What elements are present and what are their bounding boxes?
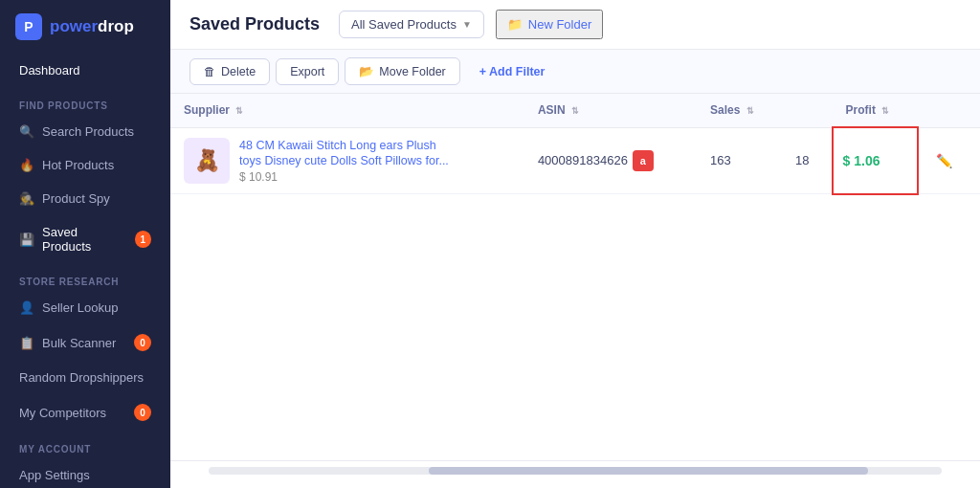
logo-text: powerdrop <box>50 17 134 36</box>
sidebar-label-my-competitors: My Competitors <box>19 406 106 420</box>
col-extra <box>782 94 833 127</box>
col-supplier: Supplier ⇅ <box>170 94 524 127</box>
sidebar-label-saved-products: Saved Products <box>42 225 127 254</box>
profit-cell: $ 1.06 <box>833 127 918 194</box>
sidebar-label-hot-products: Hot Products <box>42 158 114 172</box>
product-name[interactable]: 48 CM Kawaii Stitch Long ears Plush toys… <box>239 138 450 169</box>
saved-products-badge: 1 <box>135 231 151 248</box>
competitors-badge: 0 <box>134 404 151 421</box>
folder-icon: 📁 <box>507 17 523 32</box>
sidebar: P powerdrop Dashboard FIND PRODUCTS 🔍 Se… <box>0 0 170 488</box>
sidebar-section-store-research: STORE RESEARCH <box>0 263 170 291</box>
save-icon: 💾 <box>19 233 34 247</box>
main-content: Saved Products All Saved Products ▼ 📁 Ne… <box>170 0 980 488</box>
scanner-icon: 📋 <box>19 336 34 350</box>
col-sales: Sales ⇅ <box>697 94 782 127</box>
logo-text-regular: power <box>50 17 98 35</box>
move-icon: 📂 <box>359 64 374 78</box>
sort-icon-sales[interactable]: ⇅ <box>746 106 754 116</box>
sidebar-item-app-settings[interactable]: App Settings <box>0 458 170 488</box>
add-filter-button[interactable]: + Add Filter <box>466 59 559 84</box>
table-row: 🧸 48 CM Kawaii Stitch Long ears Plush to… <box>170 127 980 194</box>
asin-cell: 4000891834626 a <box>524 127 697 194</box>
sort-icon-profit[interactable]: ⇅ <box>881 106 889 116</box>
col-actions <box>918 94 980 127</box>
sidebar-label-app-settings: App Settings <box>19 468 90 482</box>
dropdown-label: All Saved Products <box>351 17 457 32</box>
sales-cell: 163 <box>697 127 782 194</box>
logo: P powerdrop <box>0 0 170 54</box>
edit-button[interactable]: ✏️ <box>932 149 956 172</box>
actions-cell: ✏️ <box>918 127 980 194</box>
sidebar-item-product-spy[interactable]: 🕵️ Product Spy <box>0 182 170 215</box>
asin-badge: 4000891834626 a <box>538 150 654 171</box>
sidebar-item-dashboard[interactable]: Dashboard <box>0 54 170 87</box>
sidebar-item-bulk-scanner[interactable]: 📋 Bulk Scanner 0 <box>0 324 170 361</box>
sidebar-item-hot-products[interactable]: 🔥 Hot Products <box>0 148 170 182</box>
bottom-scrollbar <box>170 460 980 488</box>
move-folder-label: Move Folder <box>379 65 445 78</box>
sidebar-item-seller-lookup[interactable]: 👤 Seller Lookup <box>0 291 170 324</box>
sidebar-label-seller-lookup: Seller Lookup <box>42 300 119 315</box>
dashboard-label: Dashboard <box>19 63 80 78</box>
col4-cell: 18 <box>782 127 833 194</box>
chevron-down-icon: ▼ <box>462 19 472 30</box>
delete-label: Delete <box>221 65 256 78</box>
product-cell: 🧸 48 CM Kawaii Stitch Long ears Plush to… <box>184 138 511 185</box>
sidebar-item-search-products[interactable]: 🔍 Search Products <box>0 115 170 148</box>
logo-text-bold: drop <box>98 17 134 35</box>
sales-value: 163 <box>710 153 731 167</box>
product-price: $ 10.91 <box>239 170 450 184</box>
amazon-icon: a <box>633 150 654 171</box>
col4-value: 18 <box>795 153 809 167</box>
bulk-scanner-badge: 0 <box>134 334 151 351</box>
sidebar-section-my-account: MY ACCOUNT <box>0 431 170 458</box>
add-filter-label: + Add Filter <box>479 65 546 78</box>
table-header-row: Supplier ⇅ ASIN ⇅ Sales ⇅ Profit ⇅ <box>170 94 980 127</box>
profit-value: $ 1.06 <box>843 153 880 168</box>
new-folder-label: New Folder <box>528 17 591 32</box>
delete-button[interactable]: 🗑 Delete <box>189 58 270 85</box>
toolbar: 🗑 Delete Export 📂 Move Folder + Add Filt… <box>170 50 980 94</box>
new-folder-button[interactable]: 📁 New Folder <box>496 10 603 39</box>
page-title: Saved Products <box>189 14 320 34</box>
sort-icon-asin[interactable]: ⇅ <box>571 106 579 116</box>
scrollbar-thumb[interactable] <box>429 467 869 475</box>
profit-label: Profit <box>846 103 876 117</box>
move-folder-button[interactable]: 📂 Move Folder <box>345 57 459 85</box>
sidebar-item-saved-products[interactable]: 💾 Saved Products 1 <box>0 215 170 263</box>
spy-icon: 🕵️ <box>19 191 34 206</box>
sidebar-label-bulk-scanner: Bulk Scanner <box>42 336 116 350</box>
person-icon: 👤 <box>19 300 34 315</box>
sidebar-label-search-products: Search Products <box>42 124 134 139</box>
export-button[interactable]: Export <box>276 58 339 85</box>
asin-label: ASIN <box>538 103 566 117</box>
products-table-container: Supplier ⇅ ASIN ⇅ Sales ⇅ Profit ⇅ <box>170 94 980 460</box>
asin-value: 4000891834626 <box>538 153 628 167</box>
products-table: Supplier ⇅ ASIN ⇅ Sales ⇅ Profit ⇅ <box>170 94 980 195</box>
sidebar-item-my-competitors[interactable]: My Competitors 0 <box>0 394 170 431</box>
product-info: 48 CM Kawaii Stitch Long ears Plush toys… <box>239 138 450 185</box>
product-emoji: 🧸 <box>194 148 220 173</box>
topbar: Saved Products All Saved Products ▼ 📁 Ne… <box>170 0 980 50</box>
col-asin: ASIN ⇅ <box>524 94 697 127</box>
col-profit: Profit ⇅ <box>833 94 918 127</box>
supplier-cell: 🧸 48 CM Kawaii Stitch Long ears Plush to… <box>170 127 524 194</box>
sidebar-item-random-dropshippers[interactable]: Random Dropshippers <box>0 361 170 394</box>
export-label: Export <box>290 65 324 78</box>
product-thumbnail: 🧸 <box>184 138 230 184</box>
amazon-letter: a <box>640 155 646 166</box>
all-saved-products-dropdown[interactable]: All Saved Products ▼ <box>339 11 484 38</box>
sidebar-section-find-products: FIND PRODUCTS <box>0 87 170 115</box>
trash-icon: 🗑 <box>204 65 216 78</box>
supplier-label: Supplier <box>184 103 230 117</box>
sort-icon-supplier[interactable]: ⇅ <box>235 106 243 116</box>
scrollbar-track[interactable] <box>209 467 942 475</box>
sales-label: Sales <box>710 103 740 117</box>
logo-icon: P <box>15 13 42 40</box>
sidebar-label-random-dropshippers: Random Dropshippers <box>19 370 144 385</box>
sidebar-label-product-spy: Product Spy <box>42 191 110 206</box>
fire-icon: 🔥 <box>19 158 34 172</box>
search-icon: 🔍 <box>19 124 34 139</box>
